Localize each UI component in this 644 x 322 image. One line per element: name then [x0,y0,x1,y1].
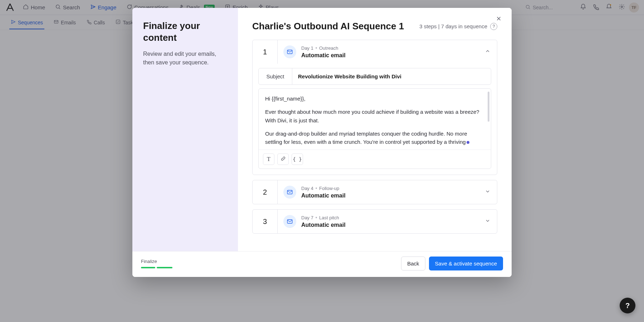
step-type: Automatic email [301,52,346,59]
dot-separator [316,187,317,189]
chevron-down-icon [478,218,497,225]
finalize-modal: Finalize your content Review and edit yo… [132,8,512,277]
step-header[interactable]: 2 Day 4 Follow-up Automatic email [253,180,497,204]
modal-content: Charlie's Outbound AI Sequence 1 3 steps… [238,8,512,251]
step-type: Automatic email [301,192,346,199]
text-icon: T [267,156,270,162]
modal-overlay: Finalize your content Review and edit yo… [0,0,644,322]
step-card-1: 1 Day 1 Outreach Aut [252,40,497,175]
chevron-down-icon [478,189,497,196]
mail-icon [283,215,296,228]
mail-icon [283,186,296,199]
progress-indicator [141,267,172,268]
step-tag: Outreach [319,45,338,51]
sequence-meta: 3 steps | 7 days in sequence ? [419,23,497,30]
step-day: Day 4 [301,186,313,191]
editor-toolbar: T { } [259,150,491,169]
email-p1: Hi {{first_name}}, [265,94,484,103]
mail-icon [283,45,296,58]
step-tag: Follow-up [319,186,339,191]
scrollbar[interactable] [488,92,489,122]
email-editor: Hi {{first_name}}, Ever thought about ho… [258,88,491,169]
email-p3: Our drag-and-drop builder and myriad tem… [265,131,467,145]
footer-stage-label: Finalize [141,259,172,264]
braces-icon: { } [293,156,302,162]
modal-footer: Finalize Back Save & activate sequence [132,251,512,277]
step-card-3: 3 Day 7 Last pitch Automatic email [252,209,497,234]
step-number: 2 [253,180,278,204]
subject-row: Subject Revolutionize Website Building w… [258,68,491,85]
dot-separator [316,217,317,218]
close-button[interactable] [494,14,504,24]
modal-subheading: Review and edit your emails, then save y… [143,50,227,67]
step-header[interactable]: 1 Day 1 Outreach Aut [253,40,497,64]
subject-label: Subject [259,68,292,84]
ai-marker-icon [467,141,469,144]
progress-segment [157,267,172,268]
subject-input[interactable]: Revolutionize Website Building with Divi [292,68,491,84]
save-activate-button[interactable]: Save & activate sequence [429,257,503,270]
back-button[interactable]: Back [401,257,425,270]
dot-separator [316,47,317,49]
step-tag: Last pitch [319,215,339,220]
step-card-2: 2 Day 4 Follow-up Automatic email [252,180,497,204]
step-number: 1 [253,40,278,64]
step-header[interactable]: 3 Day 7 Last pitch Automatic email [253,210,497,233]
step-type: Automatic email [301,222,346,228]
step-day: Day 7 [301,215,313,220]
progress-segment [141,267,155,268]
sequence-title: Charlie's Outbound AI Sequence 1 [252,21,404,32]
sequence-meta-text: 3 steps | 7 days in sequence [419,23,487,29]
text-format-button[interactable]: T [263,153,274,165]
variables-button[interactable]: { } [292,153,303,165]
step-number: 3 [253,210,278,233]
help-fab[interactable]: ? [620,298,635,313]
email-p2: Ever thought about how much more you cou… [265,108,484,125]
modal-heading: Finalize your content [143,20,227,43]
link-icon [280,156,286,162]
link-button[interactable] [277,153,289,165]
email-body[interactable]: Hi {{first_name}}, Ever thought about ho… [259,89,491,150]
step-day: Day 1 [301,45,313,51]
modal-sidebar: Finalize your content Review and edit yo… [132,8,238,251]
close-icon [496,15,502,23]
chevron-up-icon [478,48,497,55]
